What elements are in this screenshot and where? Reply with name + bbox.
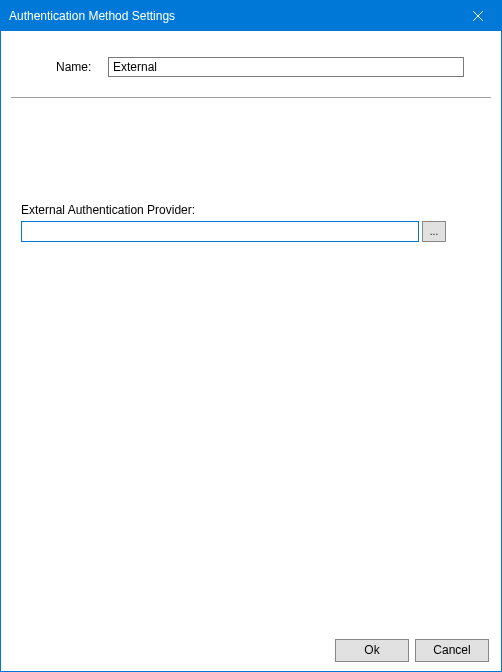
name-input[interactable] (108, 57, 464, 77)
external-provider-input[interactable] (21, 221, 419, 242)
external-provider-row: ... (21, 221, 446, 242)
external-provider-label: External Authentication Provider: (21, 203, 195, 217)
dialog-body: Name: External Authentication Provider: … (1, 31, 501, 629)
window-title: Authentication Method Settings (1, 9, 175, 23)
close-button[interactable] (455, 1, 501, 31)
cancel-button[interactable]: Cancel (415, 639, 489, 662)
dialog-footer: Ok Cancel (1, 629, 501, 671)
name-row: Name: (56, 57, 464, 77)
name-label: Name: (56, 60, 104, 74)
titlebar: Authentication Method Settings (1, 1, 501, 31)
dialog-window: Authentication Method Settings Name: Ext… (0, 0, 502, 672)
divider (11, 97, 491, 98)
close-icon (473, 11, 483, 21)
browse-button[interactable]: ... (422, 221, 446, 242)
cancel-button-label: Cancel (433, 643, 470, 657)
ok-button[interactable]: Ok (335, 639, 409, 662)
ok-button-label: Ok (364, 643, 379, 657)
ellipsis-icon: ... (430, 226, 438, 237)
